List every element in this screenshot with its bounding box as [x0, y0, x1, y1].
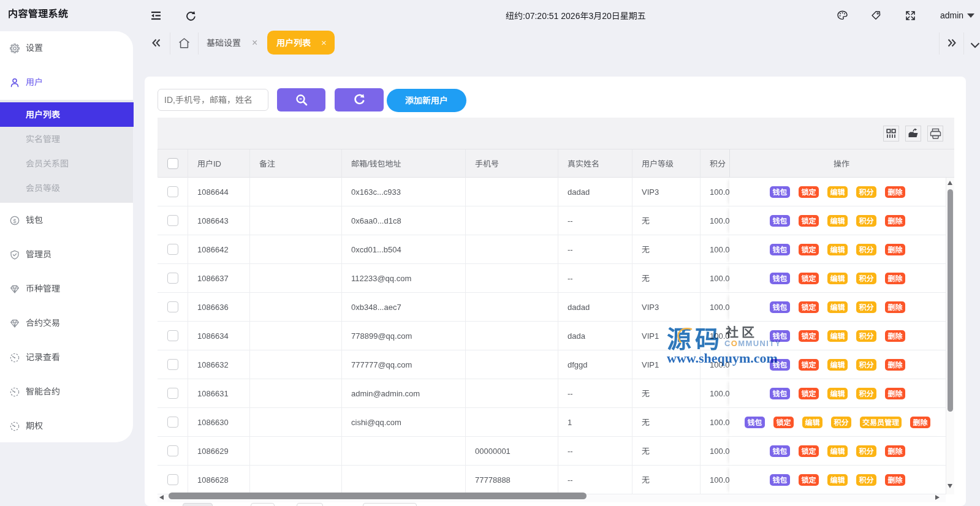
svg-text:$: $	[13, 217, 17, 224]
